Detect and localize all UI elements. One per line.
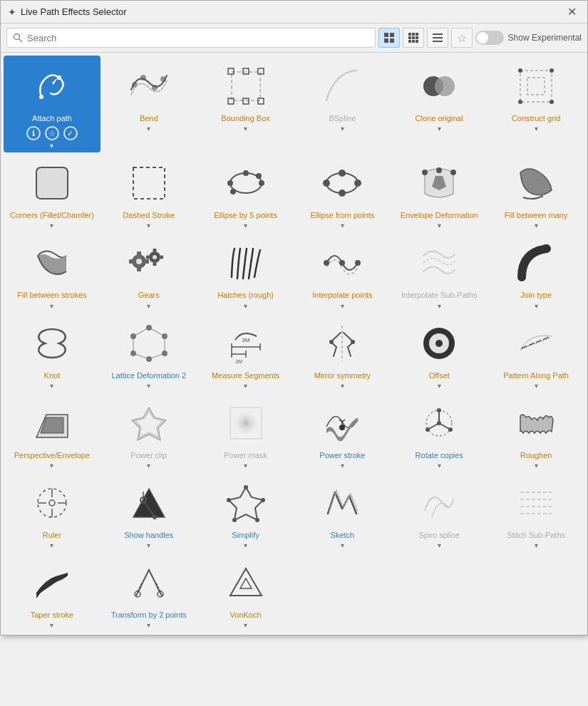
gears-icon	[124, 238, 174, 288]
stitch-subpaths-chevron: ▾	[535, 541, 538, 549]
effect-fill-between-many[interactable]: Fill between many ▾	[488, 152, 584, 232]
view-list-button[interactable]	[427, 28, 448, 48]
toolbar: ☆ Show Experimental	[1, 24, 587, 53]
svg-rect-61	[153, 249, 156, 251]
view-large-button[interactable]	[378, 28, 400, 48]
svg-rect-11	[412, 40, 415, 43]
effect-pattern-along-path[interactable]: Pattern Along Path ▾	[488, 313, 584, 393]
svg-rect-55	[137, 251, 141, 255]
vonkoch-icon	[221, 558, 271, 608]
pattern-along-path-chevron: ▾	[535, 382, 538, 390]
effect-simplify[interactable]: Simplify ▾	[197, 472, 294, 552]
svg-point-66	[339, 260, 345, 266]
rotate-copies-icon	[414, 398, 464, 448]
effect-corners[interactable]: Corners (Fillet/Chamfer) ▾	[4, 152, 100, 232]
effect-mirror-symmetry[interactable]: Mirror symmetry ▾	[294, 313, 391, 393]
effect-interpolate-subpaths[interactable]: Interpolate Sub-Paths ▾	[391, 232, 488, 312]
measure-segments-name: Measure Segments	[212, 371, 279, 380]
svg-point-65	[324, 260, 329, 266]
clone-original-chevron: ▾	[438, 125, 441, 133]
effect-lattice-deformation2[interactable]: Lattice Deformation 2 ▾	[100, 313, 197, 393]
svg-rect-3	[390, 38, 394, 43]
taper-stroke-name: Taper stroke	[31, 611, 74, 620]
effect-measure-segments[interactable]: 3M 2M Measure Segments ▾	[197, 313, 294, 393]
svg-rect-56	[137, 268, 141, 271]
effect-vonkoch[interactable]: VonKoch ▾	[197, 552, 294, 632]
svg-point-73	[130, 351, 136, 356]
power-mask-icon	[221, 398, 271, 448]
effect-fill-between-strokes[interactable]: Fill between strokes ▾	[4, 232, 100, 312]
svg-point-21	[160, 76, 166, 82]
effect-roughen[interactable]: Roughen ▾	[488, 393, 584, 472]
measure-segments-icon: 3M 2M	[221, 318, 271, 368]
svg-marker-132	[230, 569, 262, 596]
effect-join-type[interactable]: Join type ▾	[488, 232, 584, 312]
effect-power-stroke[interactable]: Power stroke ▾	[294, 393, 391, 472]
taper-stroke-icon	[27, 558, 77, 608]
simplify-chevron: ▾	[244, 541, 247, 549]
effect-bounding-box[interactable]: Bounding Box ▾	[197, 56, 294, 152]
effect-perspective-envelope[interactable]: Perspective/Envelope ▾	[4, 393, 100, 472]
interpolate-subpaths-name: Interpolate Sub-Paths	[401, 291, 477, 300]
rotate-copies-chevron: ▾	[438, 462, 441, 469]
selected-action-icons: ℹ ☆ ✓	[26, 126, 78, 140]
svg-point-20	[152, 85, 158, 90]
check-icon[interactable]: ✓	[63, 126, 78, 140]
effect-power-clip[interactable]: Power clip ▾	[100, 393, 197, 472]
effect-stitch-subpaths[interactable]: Stitch Sub-Paths ▾	[488, 472, 584, 552]
effect-show-handles[interactable]: Show handles ▾	[100, 472, 197, 552]
svg-rect-62	[153, 263, 156, 266]
interpolate-points-chevron: ▾	[341, 302, 344, 310]
effect-dashed-stroke[interactable]: Dashed Stroke ▾	[100, 152, 197, 232]
measure-segments-chevron: ▾	[244, 382, 247, 390]
effect-hatches-rough[interactable]: Hatches (rough) ▾	[197, 232, 294, 312]
effect-bend[interactable]: Bend ▾	[100, 56, 197, 152]
main-window: ✦ Live Path Effects Selector ✕ ☆ Show Ex…	[0, 0, 588, 635]
svg-rect-12	[416, 40, 418, 43]
svg-rect-32	[527, 78, 545, 95]
effect-ruler[interactable]: Ruler ▾	[4, 472, 100, 552]
effect-clone-original[interactable]: Clone original ▾	[391, 56, 488, 152]
offset-icon	[414, 318, 464, 368]
construct-grid-icon	[511, 61, 561, 111]
effect-knot[interactable]: Knot ▾	[4, 313, 100, 393]
svg-rect-7	[408, 36, 411, 39]
perspective-envelope-chevron: ▾	[50, 462, 53, 469]
effect-interpolate-points[interactable]: Interpolate points ▾	[294, 232, 391, 312]
svg-marker-118	[229, 487, 263, 520]
experimental-toggle[interactable]	[475, 31, 504, 45]
bounding-box-name: Bounding Box	[221, 114, 270, 123]
power-stroke-chevron: ▾	[341, 462, 344, 469]
taper-stroke-chevron: ▾	[50, 621, 53, 629]
roughen-icon	[511, 398, 561, 448]
effect-attach-path[interactable]: Attach path ℹ ☆ ✓ ▾	[4, 56, 100, 152]
search-input[interactable]	[6, 28, 376, 48]
fill-between-strokes-icon	[27, 238, 77, 288]
info-icon[interactable]: ℹ	[26, 126, 41, 140]
effect-transform-by-2pts[interactable]: Transform by 2 points ▾	[100, 552, 197, 632]
svg-rect-10	[408, 40, 411, 43]
effect-envelope-deformation[interactable]: Envelope Deformation ▾	[391, 152, 488, 232]
effect-construct-grid[interactable]: Construct grid ▾	[488, 56, 584, 152]
close-button[interactable]: ✕	[563, 4, 580, 21]
gears-chevron: ▾	[147, 302, 150, 310]
lattice-deformation2-name: Lattice Deformation 2	[111, 371, 186, 380]
effect-bspline[interactable]: BSpline ▾	[294, 56, 391, 152]
effect-taper-stroke[interactable]: Taper stroke ▾	[4, 552, 100, 632]
svg-rect-64	[160, 256, 163, 259]
attach-path-chevron: ▾	[50, 142, 53, 150]
favorites-button[interactable]: ☆	[451, 28, 473, 48]
effect-ellipse-5pts[interactable]: Ellipse by 5 points ▾	[197, 152, 294, 232]
effect-power-mask[interactable]: Power mask ▾	[197, 393, 294, 472]
knot-icon	[27, 318, 77, 368]
view-medium-button[interactable]	[403, 28, 424, 48]
effect-rotate-copies[interactable]: Rotate copies ▾	[391, 393, 488, 472]
effect-spiro-spline[interactable]: Spiro spline ▾	[391, 472, 488, 552]
effect-sketch[interactable]: Sketch ▾	[294, 472, 391, 552]
app-icon: ✦	[8, 6, 16, 18]
clone-original-icon	[414, 61, 464, 111]
effect-offset[interactable]: Offset ▾	[391, 313, 488, 393]
effect-ellipse-pts[interactable]: Ellipse from points ▾	[294, 152, 391, 232]
effect-gears[interactable]: Gears ▾	[100, 232, 197, 312]
bookmark-icon[interactable]: ☆	[45, 126, 59, 140]
